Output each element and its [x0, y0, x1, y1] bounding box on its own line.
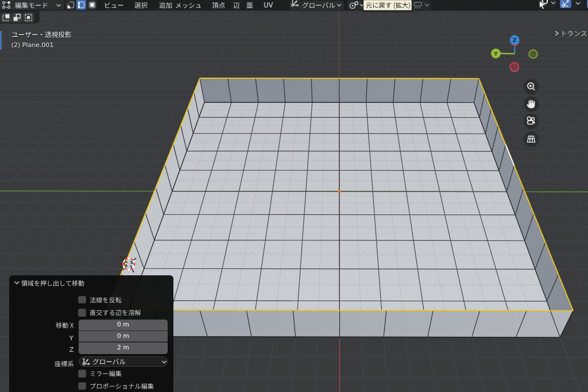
- checkbox-proportional-editing-label: [90, 382, 154, 391]
- select-extend-icon: [13, 14, 21, 21]
- field-move-y-value: 0 m: [117, 332, 129, 340]
- field-move-z-value: 2 m: [117, 344, 129, 351]
- edge-select-icon: [78, 1, 85, 9]
- field-move-x-value: 0 m: [117, 321, 129, 328]
- checkbox-flip-normals[interactable]: [78, 296, 86, 303]
- mouse-cursor: [539, 1, 547, 9]
- chevron-down-icon: [424, 3, 430, 7]
- field-move-x[interactable]: 0 m: [79, 320, 168, 331]
- pivot-median-icon: [349, 1, 359, 9]
- field-z-label: Z: [69, 346, 74, 353]
- panel-title: [21, 279, 84, 288]
- nav-grid-button[interactable]: [523, 131, 539, 147]
- toolbar-collapsed-strip[interactable]: [0, 31, 2, 50]
- chevron-down-icon: [551, 1, 556, 5]
- move-vector-fields: 0 m 0 m 2 m: [79, 320, 168, 354]
- field-move-x-label: [56, 321, 74, 330]
- menu-edge-label: [233, 1, 240, 10]
- select-mode-new-button[interactable]: [1, 13, 11, 23]
- orientation-value: [92, 358, 126, 366]
- checkbox-flip-normals-label: [90, 296, 122, 305]
- menu-vertex-label: [212, 1, 225, 10]
- select-mode-vertex[interactable]: [65, 0, 76, 10]
- edit-mode-icon: [2, 1, 10, 9]
- sidebar-tab-label: [560, 29, 587, 38]
- chevron-down-icon: [56, 3, 61, 7]
- chevron-down-icon: [161, 360, 167, 364]
- field-move-z[interactable]: 2 m: [79, 343, 168, 354]
- view-perspective-label: [11, 30, 71, 39]
- menu-mesh-label: [175, 1, 202, 10]
- svg-text:Y: Y: [493, 51, 498, 57]
- viewport-header: UV: [0, 0, 588, 10]
- select-new-icon: [2, 14, 10, 21]
- orientation-label: [55, 360, 74, 368]
- active-object-label: (2) Plane.001: [11, 41, 54, 49]
- select-mode-extend-button[interactable]: [12, 13, 23, 23]
- chevron-down-icon: [336, 3, 342, 7]
- nav-zoom-button[interactable]: [523, 79, 539, 95]
- menu-view-label: [104, 1, 124, 10]
- select-mode-edge[interactable]: [76, 0, 87, 10]
- panel-collapse-chevron[interactable]: [14, 280, 20, 285]
- select-mode-face[interactable]: [87, 0, 97, 10]
- nav-gizmo[interactable]: Z Y: [485, 26, 546, 78]
- y-axis-bg-left: [0, 191, 154, 191]
- sidebar-expand-chevron[interactable]: [554, 30, 559, 36]
- field-move-y[interactable]: 0 m: [79, 331, 168, 343]
- gizmo-axis-y-neg[interactable]: [529, 50, 537, 59]
- vertex-select-icon: [67, 1, 75, 9]
- overlays-icon: [562, 0, 570, 7]
- undo-tooltip-text: [366, 1, 411, 10]
- checkbox-dissolve-ortho-label: [90, 309, 141, 317]
- menu-uv[interactable]: UV: [264, 1, 273, 10]
- overlays-dropdown[interactable]: [572, 0, 584, 8]
- transform-orientation-label: [302, 1, 335, 10]
- checkbox-mirror-editing[interactable]: [78, 370, 86, 377]
- chevron-down-icon: [575, 2, 581, 5]
- menu-select-label: [134, 1, 148, 10]
- nav-camera-button[interactable]: [523, 113, 539, 129]
- nav-pan-button[interactable]: [523, 96, 539, 112]
- field-y-label: Y: [69, 335, 74, 342]
- select-subtract-icon: [25, 14, 32, 21]
- svg-text:Z: Z: [513, 37, 517, 43]
- pivot-point-dropdown[interactable]: [347, 1, 365, 10]
- blender-window: UV (2) Plane.001: [0, 0, 588, 392]
- checkbox-dissolve-ortho[interactable]: [78, 309, 86, 316]
- show-overlays-toggle[interactable]: [560, 0, 571, 8]
- gizmo-axis-x-neg[interactable]: [510, 63, 519, 71]
- select-mode-subtract-button[interactable]: [23, 13, 34, 23]
- tool-select-mode-strip: [0, 10, 40, 24]
- face-select-icon: [88, 1, 96, 9]
- 3d-cursor: [117, 252, 141, 276]
- falloff-icon: [413, 2, 423, 9]
- checkbox-mirror-editing-label: [90, 370, 122, 378]
- proportional-falloff-dropdown[interactable]: [412, 1, 431, 10]
- orientation-global-icon: [82, 358, 91, 366]
- menu-face-label: [246, 1, 253, 10]
- orientation-global-icon: [291, 0, 300, 7]
- object-origin-dot: [338, 190, 341, 193]
- checkbox-proportional-editing[interactable]: [78, 382, 86, 390]
- menu-add-label: [159, 1, 172, 10]
- mode-dropdown-label: [15, 1, 48, 10]
